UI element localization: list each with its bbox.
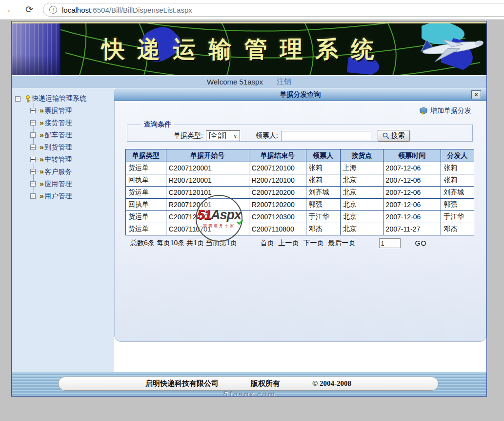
expand-icon[interactable] bbox=[30, 169, 36, 174]
sidebar-item[interactable]: »配车管理 bbox=[30, 129, 114, 141]
bill-start-no-link[interactable]: C2007120001 bbox=[166, 162, 249, 174]
content-area: 单据分发查询 × 增加单据分发 查询条件 bbox=[114, 88, 486, 373]
pager-summary: 总数6条 每页10条 共1页 当前第1页 bbox=[130, 239, 237, 248]
table-cell: 刘齐城 bbox=[441, 187, 474, 199]
table-cell: 货运单 bbox=[126, 211, 166, 223]
sidebar-item[interactable]: »客户服务 bbox=[30, 166, 114, 178]
sidebar-item[interactable]: »用户管理 bbox=[30, 190, 114, 202]
table-cell: 邓杰 bbox=[441, 223, 474, 235]
sidebar-item[interactable]: »票据管理 bbox=[30, 105, 114, 117]
back-icon[interactable]: ← bbox=[4, 3, 18, 17]
expand-icon[interactable] bbox=[30, 193, 36, 199]
table-cell: 北京 bbox=[340, 199, 383, 211]
expand-icon[interactable] bbox=[30, 157, 36, 162]
welcome-text: Welcome 51aspx bbox=[207, 78, 263, 86]
sidebar-item[interactable]: »到货管理 bbox=[30, 141, 114, 153]
table-cell: 郭强 bbox=[306, 199, 340, 211]
refresh-icon[interactable]: ⟳ bbox=[22, 3, 36, 17]
chevron-icon: » bbox=[40, 167, 43, 175]
sidebar-item[interactable]: »接货管理 bbox=[30, 117, 114, 129]
bill-start-no-link[interactable]: C2007120101 bbox=[166, 187, 249, 199]
panel-body: 增加单据分发 查询条件 单据类型: [全部] ∨ 领票人: bbox=[114, 101, 486, 342]
logout-link[interactable]: 注销 bbox=[277, 77, 291, 86]
table-cell: 张莉 bbox=[306, 174, 340, 187]
column-header: 领票人 bbox=[306, 149, 340, 162]
search-button[interactable]: 搜索 bbox=[378, 130, 410, 142]
table-cell: 货运单 bbox=[126, 223, 166, 235]
dispense-table: 单据类型单据开始号单据结束号领票人接货点领票时间分发人 货运单C20071200… bbox=[125, 149, 474, 235]
column-header: 分发人 bbox=[441, 149, 474, 162]
bill-start-no-link[interactable]: R2007120001 bbox=[166, 174, 249, 187]
table-cell: 2007-11-27 bbox=[383, 223, 441, 235]
chevron-icon: » bbox=[40, 191, 43, 200]
table-cell: 回执单 bbox=[126, 174, 166, 187]
expand-icon[interactable] bbox=[30, 132, 36, 138]
table-cell: 2007-12-06 bbox=[383, 162, 441, 174]
table-row: 回执单R2007120001R2007120100张莉北京2007-12-06张… bbox=[126, 174, 474, 187]
pager-prev[interactable]: 上一页 bbox=[279, 239, 299, 248]
sidebar-item[interactable]: »中转管理 bbox=[30, 153, 114, 166]
table-cell: 北京 bbox=[340, 174, 383, 187]
pager-first[interactable]: 首页 bbox=[261, 239, 274, 248]
expand-icon[interactable] bbox=[30, 120, 36, 126]
bill-start-no-link[interactable]: C2007120201 bbox=[166, 211, 249, 223]
expand-icon[interactable] bbox=[30, 181, 36, 187]
search-icon bbox=[383, 132, 389, 139]
ticket-person-input[interactable] bbox=[281, 131, 371, 141]
table-cell: 2007-12-06 bbox=[383, 174, 441, 187]
footer-bar: 启明快递科技有限公司 版权所有 © 2004-2008 bbox=[58, 377, 439, 391]
collapse-icon[interactable] bbox=[15, 96, 20, 102]
table-cell: 于江华 bbox=[441, 211, 474, 223]
sidebar-item-label: 接货管理 bbox=[44, 119, 72, 127]
table-cell: 邓杰 bbox=[306, 223, 340, 235]
table-cell: 张莉 bbox=[441, 162, 474, 174]
add-dispense-link[interactable]: 增加单据分发 bbox=[430, 106, 471, 115]
table-cell: 张莉 bbox=[306, 162, 340, 174]
sidebar-item-label: 到货管理 bbox=[44, 143, 72, 152]
table-cell: C2007120200 bbox=[249, 187, 306, 199]
chevron-icon: » bbox=[40, 130, 43, 139]
expand-icon[interactable] bbox=[30, 145, 36, 150]
sidebar-item-label: 中转管理 bbox=[44, 155, 72, 164]
sidebar-root-label: 快递运输管理系统 bbox=[32, 94, 86, 103]
table-cell: 北京 bbox=[340, 187, 383, 199]
table-row: 货运单C2007120201C2007120300于江华北京2007-12-06… bbox=[126, 211, 474, 223]
bill-type-select[interactable]: [全部] ∨ bbox=[206, 130, 240, 141]
banner-title: 快递运输管理系统 bbox=[65, 23, 423, 75]
page-number-input[interactable] bbox=[379, 238, 401, 248]
page-info-icon[interactable]: i bbox=[49, 6, 57, 14]
pager-next[interactable]: 下一页 bbox=[303, 239, 324, 248]
screen: ← ⟳ i localhost:6504/Bill/BillDispenseLi… bbox=[0, 0, 504, 421]
banner: 快递运输管理系统 bbox=[12, 23, 486, 75]
bill-start-no-link[interactable]: R2007120101 bbox=[166, 199, 249, 211]
table-cell: 北京 bbox=[340, 223, 383, 235]
table-cell: 刘齐城 bbox=[306, 187, 340, 199]
close-icon[interactable]: × bbox=[471, 90, 481, 99]
table-cell: 货运单 bbox=[126, 187, 166, 199]
sidebar-root-node[interactable]: 快递运输管理系统 bbox=[12, 93, 114, 105]
site-watermark: 51aspx.com bbox=[12, 390, 486, 397]
column-header: 单据开始号 bbox=[166, 149, 249, 162]
url-text: localhost:6504/Bill/BillDispenseList.asp… bbox=[62, 6, 192, 14]
sidebar-item-label: 应用管理 bbox=[44, 180, 72, 189]
web-page: 快递运输管理系统 Welcome 51aspx 注销 bbox=[11, 21, 487, 397]
chevron-icon: » bbox=[40, 143, 43, 151]
table-cell: 2007-12-06 bbox=[383, 187, 441, 199]
chevron-icon: » bbox=[40, 155, 43, 163]
browser-toolbar: ← ⟳ i localhost:6504/Bill/BillDispenseLi… bbox=[0, 0, 504, 20]
column-header: 单据类型 bbox=[126, 149, 166, 162]
table-row: 回执单R2007120101R2007120200郭强北京2007-12-06郭… bbox=[126, 199, 474, 211]
bill-start-no-link[interactable]: C2007110701 bbox=[166, 223, 249, 235]
panel-title: 单据分发查询 bbox=[280, 90, 321, 99]
table-cell: 2007-12-06 bbox=[383, 199, 441, 211]
address-bar[interactable]: i localhost:6504/Bill/BillDispenseList.a… bbox=[43, 3, 504, 17]
expand-icon[interactable] bbox=[30, 108, 36, 113]
go-button[interactable]: GO bbox=[415, 239, 427, 247]
key-icon bbox=[25, 95, 31, 103]
footer: 启明快递科技有限公司 版权所有 © 2004-2008 51aspx.com bbox=[12, 372, 486, 396]
pager-last[interactable]: 最后一页 bbox=[328, 239, 356, 248]
welcome-bar: Welcome 51aspx 注销 bbox=[12, 75, 486, 88]
table-cell: 2007-12-06 bbox=[383, 211, 441, 223]
sidebar-item[interactable]: »应用管理 bbox=[30, 178, 114, 190]
sidebar-item-label: 客户服务 bbox=[44, 168, 72, 176]
